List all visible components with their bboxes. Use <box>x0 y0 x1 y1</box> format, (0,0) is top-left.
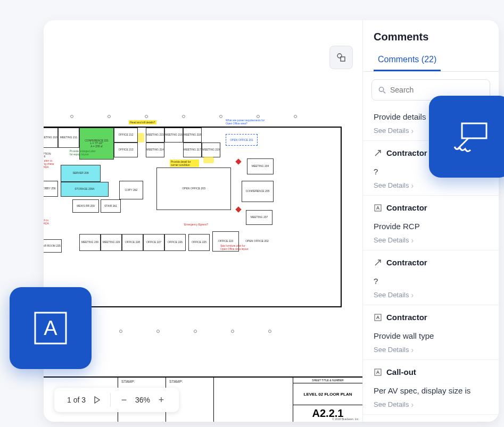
room-open-office-203: OPEN OFFICE 203 <box>156 168 231 210</box>
see-details-link[interactable]: See Details <box>374 181 414 190</box>
room: MEETING 207 <box>246 210 272 225</box>
room: OFFICE 225 <box>188 234 210 251</box>
comment-item[interactable]: Per AV spec, display size is See Details <box>363 380 499 415</box>
room: OFFICE 213 <box>114 143 138 157</box>
room-storage[interactable]: STORAGE 209A <box>61 182 109 197</box>
viewer-toolbar: 1 of 3 − 36% + <box>54 388 179 412</box>
comment-author: A Call-out <box>363 360 499 380</box>
room: CONFERENCE 205 <box>242 181 274 202</box>
see-details-link[interactable]: See Details <box>374 400 414 409</box>
search-icon <box>378 86 386 94</box>
comment-author: Contractor <box>363 250 499 270</box>
room: MEETING 219 <box>202 143 220 157</box>
note-ada[interactable]: ricting plan cx. structing chase ss for … <box>44 158 59 169</box>
tab-comments[interactable]: Comments (22) <box>374 49 441 71</box>
room: MEETING 230 <box>79 234 101 251</box>
room: OAR ROOM 235 <box>44 239 62 253</box>
see-details-link[interactable]: See Details <box>374 346 414 354</box>
chevron-right-icon <box>411 400 414 409</box>
note-furniture[interactable]: See furniture plan for Open Office area … <box>219 244 251 251</box>
open-office-201[interactable]: OPEN OFFICE 201 <box>226 134 258 146</box>
room: OFFICE 226 <box>164 234 186 251</box>
svg-rect-12 <box>462 123 486 138</box>
comment-author: A Contractor <box>363 305 499 325</box>
svg-text:A: A <box>44 317 57 339</box>
arrow-icon <box>374 258 382 267</box>
copyright: © 2018 Bluebeam, Inc. <box>332 417 359 421</box>
chevron-right-icon <box>411 236 414 245</box>
room: OFFICE 228 <box>122 234 143 251</box>
note-power-req[interactable]: What are power requirements for Open Off… <box>225 118 272 125</box>
floorplan-sheet: Head and sill details? What are power re… <box>44 100 362 323</box>
sheet-info: SHEET TITLE & NUMBER LEVEL 02 FLOOR PLAN… <box>293 378 362 422</box>
svg-text:A: A <box>376 205 380 211</box>
text-box-a-icon: A <box>32 309 69 347</box>
room: MEETING 204 <box>247 158 274 174</box>
next-page-button[interactable] <box>89 392 105 408</box>
room: OFFICE 212 <box>114 128 138 143</box>
text-a-icon: A <box>374 368 382 376</box>
comments-panel: Comments Comments (22) Provide details S… <box>362 20 499 422</box>
room: OFFICE 227 <box>143 234 164 251</box>
zoom-in-button[interactable]: + <box>153 392 169 408</box>
room: MEETING 210 <box>44 128 58 148</box>
search-input[interactable] <box>390 86 483 94</box>
room-server[interactable]: SERVER 209 <box>61 165 101 182</box>
play-icon <box>94 396 100 404</box>
text-a-icon: A <box>374 313 382 322</box>
room: MEETING 211 <box>58 128 79 148</box>
room: MEETING 215 <box>146 128 164 143</box>
text-a-icon: A <box>374 204 382 212</box>
chevron-right-icon <box>411 127 414 135</box>
room: MEETING 217 <box>183 143 202 157</box>
svg-point-2 <box>379 87 383 91</box>
comment-item[interactable]: ? See Details <box>363 270 499 305</box>
note-head-sill[interactable]: Head and sill details? <box>129 120 156 124</box>
comment-author: A Contractor <box>363 196 499 215</box>
comment-item[interactable]: Provide wall type See Details <box>363 325 499 360</box>
room: MEETING 216 <box>164 128 183 143</box>
see-details-link[interactable]: See Details <box>374 236 414 245</box>
floating-tile-callout[interactable] <box>429 96 504 178</box>
room: MEETING 229 <box>101 234 122 251</box>
comment-item[interactable]: Provide RCP See Details <box>363 215 499 250</box>
room: COPY 262 <box>119 181 143 199</box>
zoom-out-button[interactable]: − <box>116 392 132 408</box>
app-frame: Head and sill details? What are power re… <box>44 20 499 422</box>
building-outline: MEETING 210 MEETING 211 CONFERENCE 221 L… <box>44 127 342 307</box>
svg-point-0 <box>337 54 342 58</box>
chevron-right-icon <box>411 346 414 354</box>
note-egress[interactable]: Emergency Egress? <box>183 222 209 227</box>
shapes-icon <box>336 52 346 63</box>
svg-text:A: A <box>376 315 380 320</box>
room: MEN'S RR 259 <box>72 199 99 213</box>
panel-title: Comments <box>374 31 488 43</box>
see-details-link[interactable]: See Details <box>374 291 414 299</box>
room: LOBBY 256 <box>44 181 58 197</box>
chevron-right-icon <box>411 181 414 190</box>
shapes-tool-button[interactable] <box>329 46 353 69</box>
floating-tile-text-a[interactable]: A <box>10 287 92 369</box>
room: MEETING 214 <box>146 143 164 157</box>
zoom-level: 36% <box>132 396 153 404</box>
page-indicator: 1 of 3 <box>64 396 89 404</box>
svg-line-3 <box>383 91 385 93</box>
drawing-canvas[interactable]: Head and sill details? What are power re… <box>44 20 362 422</box>
svg-text:A: A <box>376 370 380 375</box>
callout-icon <box>447 114 493 160</box>
note-equip[interactable]: Provide enlarged plan for equip. layout <box>69 149 98 156</box>
see-details-link[interactable]: See Details <box>374 127 414 135</box>
note-wall[interactable]: rify wall cx. es for ADA <box>44 218 59 225</box>
room: STAIR 261 <box>101 199 121 213</box>
arrow-icon <box>374 149 382 157</box>
note-corner[interactable]: Provide detail for corner condition <box>170 160 199 167</box>
sheet-title: LEVEL 02 FLOOR PLAN <box>293 383 362 405</box>
chevron-right-icon <box>411 291 414 299</box>
room: MEETING 218 <box>183 128 202 143</box>
